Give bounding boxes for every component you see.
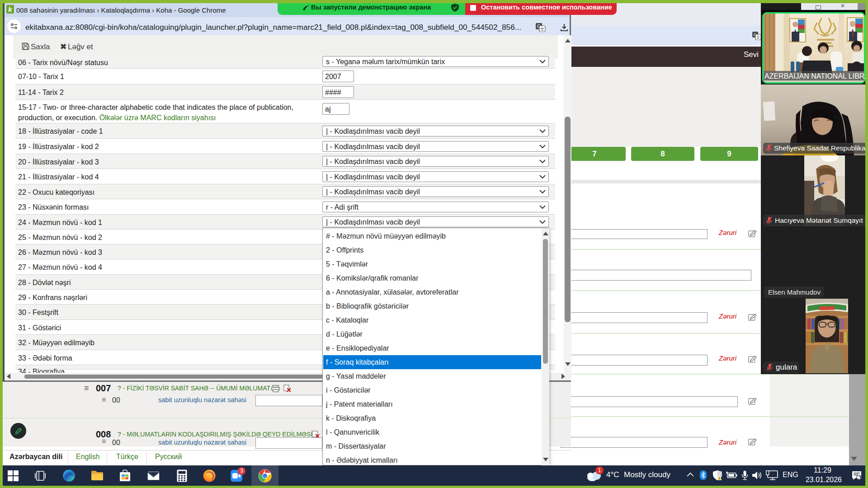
svg-text:文: 文 (540, 27, 545, 32)
svg-text:文: 文 (756, 35, 760, 40)
svg-text:!: ! (719, 477, 720, 480)
